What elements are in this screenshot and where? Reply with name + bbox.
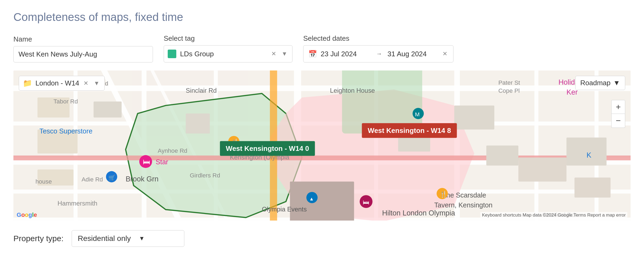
date-start: 23 Jul 2024 <box>321 50 371 58</box>
map-tooltip-red: West Kensington - W14 8 <box>362 123 457 138</box>
svg-rect-31 <box>518 158 566 182</box>
map-type-label: Roadmap <box>580 79 611 87</box>
svg-text:Leighton House: Leighton House <box>330 87 375 94</box>
property-type-value: Residential only <box>78 234 131 243</box>
svg-text:Tesco Superstore: Tesco Superstore <box>39 127 92 135</box>
map-area-label: London - W14 <box>35 79 79 87</box>
map-area-selector[interactable]: 📁 London - W14 ✕ ▼ <box>19 76 105 91</box>
svg-text:Pater St: Pater St <box>498 79 520 86</box>
map-type-selector[interactable]: Roadmap ▼ <box>575 76 625 90</box>
page-title: Completeness of maps, fixed time <box>13 11 631 24</box>
svg-text:M: M <box>415 111 419 117</box>
map-container[interactable]: Rainbow Rd Sinclair Rd Leighton House HO… <box>13 70 631 221</box>
svg-text:🍴: 🍴 <box>440 190 448 198</box>
svg-rect-27 <box>186 114 210 134</box>
svg-text:🛏: 🛏 <box>363 199 369 206</box>
svg-text:🛏: 🛏 <box>143 158 150 166</box>
name-label: Name <box>13 35 153 43</box>
zoom-out-button[interactable]: − <box>611 114 625 128</box>
property-type-row: Property type: Residential only ▼ <box>13 230 631 247</box>
calendar-icon: 📅 <box>308 50 317 58</box>
svg-text:▲: ▲ <box>309 196 314 202</box>
tag-color-box <box>168 50 176 58</box>
map-background: Rainbow Rd Sinclair Rd Leighton House HO… <box>13 70 631 221</box>
tag-clear-button[interactable]: ✕ <box>270 50 277 58</box>
svg-text:Aynhoe Rd: Aynhoe Rd <box>158 147 187 154</box>
svg-text:Cope Pl: Cope Pl <box>498 87 520 94</box>
date-clear-button[interactable]: ✕ <box>441 50 448 58</box>
map-attribution: Keyboard shortcuts Map data ©2024 Google… <box>480 212 627 218</box>
svg-text:Adie Rd: Adie Rd <box>82 176 103 183</box>
svg-rect-30 <box>486 146 518 166</box>
tag-select[interactable]: LDs Group ✕ ▼ <box>164 45 292 62</box>
name-input[interactable] <box>13 46 153 62</box>
map-area-clear-button[interactable]: ✕ <box>82 79 89 87</box>
property-type-chevron: ▼ <box>139 235 145 242</box>
tag-control-group: Select tag LDs Group ✕ ▼ <box>164 34 292 62</box>
svg-rect-29 <box>454 106 494 130</box>
name-control-group: Name <box>13 35 153 62</box>
map-type-chevron: ▼ <box>613 79 620 87</box>
svg-text:Sinclair Rd: Sinclair Rd <box>186 87 217 94</box>
property-type-label: Property type: <box>13 234 64 243</box>
folder-icon: 📁 <box>23 79 32 88</box>
svg-rect-26 <box>94 102 122 118</box>
dates-control-group: Selected dates 📅 23 Jul 2024 → 31 Aug 20… <box>303 34 453 62</box>
svg-text:Hilton London Olympia: Hilton London Olympia <box>382 209 455 217</box>
svg-text:house: house <box>35 178 52 185</box>
svg-rect-13 <box>535 70 539 221</box>
svg-text:The Scarsdale: The Scarsdale <box>442 191 486 199</box>
dates-label: Selected dates <box>303 34 453 43</box>
svg-text:Girdlers Rd: Girdlers Rd <box>190 172 220 179</box>
tag-label: Select tag <box>164 34 292 43</box>
map-area-dropdown-button[interactable]: ▼ <box>93 79 101 87</box>
zoom-in-button[interactable]: + <box>611 100 625 114</box>
svg-text:Star: Star <box>156 158 168 166</box>
svg-rect-33 <box>575 177 610 198</box>
date-select[interactable]: 📅 23 Jul 2024 → 31 Aug 2024 ✕ <box>303 45 453 62</box>
svg-text:Tavern, Kensington: Tavern, Kensington <box>434 201 492 209</box>
map-tooltip-green: West Kensington - W14 0 <box>220 141 315 156</box>
svg-text:K: K <box>587 151 591 159</box>
svg-text:🛒: 🛒 <box>108 174 116 181</box>
controls-row: Name Select tag LDs Group ✕ ▼ Selected d… <box>13 34 631 62</box>
tag-dropdown-button[interactable]: ▼ <box>280 50 288 58</box>
svg-text:Olympia Events: Olympia Events <box>262 206 307 213</box>
date-end: 31 Aug 2024 <box>387 50 438 58</box>
tag-value: LDs Group <box>180 50 266 58</box>
svg-text:Tabor Rd: Tabor Rd <box>53 98 78 105</box>
svg-text:Hammersmith: Hammersmith <box>57 200 97 207</box>
google-logo: Google <box>17 211 37 218</box>
svg-text:Brook Grn: Brook Grn <box>126 175 158 183</box>
svg-rect-34 <box>290 181 354 221</box>
date-arrow: → <box>376 50 382 57</box>
tag-actions: ✕ ▼ <box>270 50 288 58</box>
zoom-controls: + − <box>611 100 625 128</box>
property-type-select[interactable]: Residential only ▼ <box>72 230 184 247</box>
